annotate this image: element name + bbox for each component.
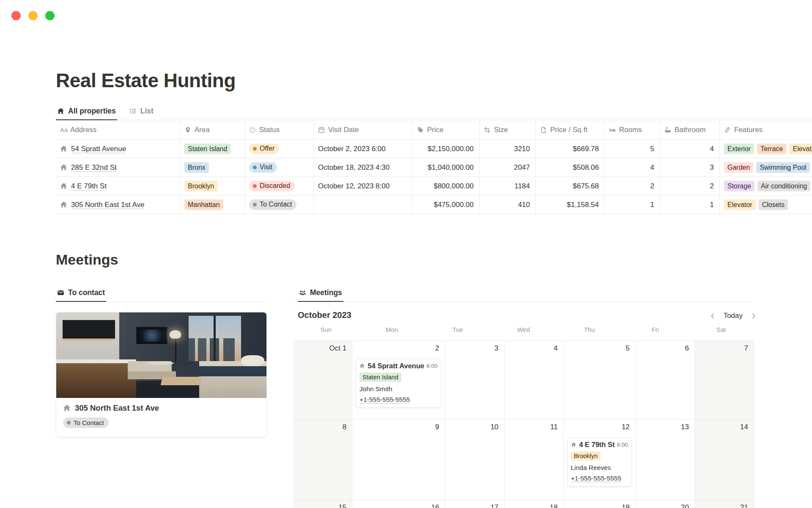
chevron-right-icon[interactable] — [750, 312, 757, 319]
cell-size[interactable]: 3210 — [480, 140, 536, 158]
calendar-day-cell[interactable]: 18 — [505, 500, 564, 508]
column-label: Area — [195, 126, 210, 134]
tab-to-contact[interactable]: To contact — [56, 288, 106, 302]
cell-price[interactable]: $800,000.00 — [413, 177, 480, 196]
cell-rooms[interactable]: 5 — [605, 140, 660, 158]
cell-visit-date[interactable]: October 2, 2023 6:00 — [314, 140, 413, 158]
cell-status[interactable]: To Contact — [245, 196, 314, 214]
cell-price-sqft[interactable]: $1,158.54 — [536, 196, 605, 214]
address-link[interactable]: 285 E 32nd St — [71, 163, 117, 172]
tab-list[interactable]: List — [128, 107, 155, 120]
cell-features[interactable]: StorageAir conditioning — [720, 177, 812, 196]
address-link[interactable]: 4 E 79th St — [71, 182, 107, 190]
calendar-day-cell[interactable]: 11 — [505, 420, 564, 500]
event-phone-link[interactable]: +1-555-555-5555 — [359, 396, 437, 403]
cell-size[interactable]: 1184 — [480, 177, 536, 196]
cell-bathroom[interactable]: 2 — [660, 177, 720, 196]
cell-address[interactable]: 54 Spratt Avenue — [56, 140, 180, 158]
cell-bathroom[interactable]: 3 — [660, 158, 720, 177]
calendar-day-cell[interactable]: 16 — [352, 500, 445, 508]
calendar-day-cell[interactable]: 14 — [695, 420, 754, 500]
cell-size[interactable]: 2047 — [480, 158, 536, 177]
cell-price[interactable]: $1,040,000.00 — [413, 158, 480, 177]
calendar-day-cell[interactable]: 124 E 79th St8:00BrooklynLinda Reeves+1-… — [564, 420, 636, 500]
column-header-price-sq-ft[interactable]: Price / Sq ft — [536, 120, 605, 140]
tab-all-properties[interactable]: All properties — [56, 107, 117, 120]
cell-area[interactable]: Staten Island — [180, 140, 245, 158]
calendar-day-cell[interactable]: 17 — [445, 500, 504, 508]
column-header-bathroom[interactable]: Bathroom — [660, 120, 720, 140]
cell-address[interactable]: 285 E 32nd St — [56, 158, 180, 177]
calendar-day-cell[interactable]: 8 — [293, 420, 352, 500]
photo-shape — [63, 320, 115, 339]
calendar-day-cell[interactable]: 7 — [695, 341, 754, 420]
cell-visit-date[interactable] — [314, 196, 413, 214]
column-header-status[interactable]: Status — [245, 120, 314, 140]
cell-features[interactable]: ElevatorClosets — [720, 196, 812, 214]
calendar-day-cell[interactable]: 254 Spratt Avenue6:00Staten IslandJohn S… — [352, 341, 445, 420]
cell-price[interactable]: $475,000.00 — [413, 196, 480, 214]
calendar-day-cell[interactable]: 3 — [445, 341, 504, 420]
cell-size[interactable]: 410 — [480, 196, 536, 214]
cell-status[interactable]: Offer — [245, 140, 314, 158]
cell-visit-date[interactable]: October 12, 2023 8:00 — [314, 177, 413, 196]
cell-area[interactable]: Brooklyn — [180, 177, 245, 196]
cell-price-sqft[interactable]: $675.68 — [536, 177, 605, 196]
calendar-day-cell[interactable]: Oct 1 — [293, 341, 352, 420]
status-dot-icon — [253, 166, 257, 169]
cell-visit-date[interactable]: October 18, 2023 4:30 — [314, 158, 413, 177]
calendar-event[interactable]: 54 Spratt Avenue6:00Staten IslandJohn Sm… — [356, 359, 441, 408]
chevron-left-icon[interactable] — [709, 312, 716, 319]
calendar-day-cell[interactable]: 4 — [505, 341, 564, 420]
cell-address[interactable]: 305 North East 1st Ave — [56, 196, 180, 214]
event-phone-link[interactable]: +1-555-555-5555 — [571, 475, 628, 482]
day-header-mon: Mon — [359, 326, 425, 333]
column-header-address[interactable]: AaAddress — [56, 120, 180, 140]
meetings-heading: Meetings — [56, 251, 118, 268]
zoom-button[interactable] — [45, 11, 55, 20]
column-header-visit-date[interactable]: Visit Date — [314, 120, 413, 140]
column-header-rooms[interactable]: Rooms — [605, 120, 660, 140]
cell-area[interactable]: Bronx — [180, 158, 245, 177]
cell-rooms[interactable]: 1 — [605, 196, 660, 214]
calendar-day-cell[interactable]: 13 — [636, 420, 695, 500]
tag-exterior: Exterior — [724, 144, 754, 154]
photo-shape — [140, 329, 165, 341]
column-header-size[interactable]: Size — [480, 120, 536, 140]
column-label: Rooms — [619, 126, 642, 134]
calendar-day-cell[interactable]: 15 — [293, 500, 352, 508]
cell-status[interactable]: Visit — [245, 158, 314, 177]
column-label: Features — [734, 126, 763, 134]
cell-rooms[interactable]: 2 — [605, 177, 660, 196]
column-header-price[interactable]: Price — [413, 120, 480, 140]
cell-price-sqft[interactable]: $669.78 — [536, 140, 605, 158]
cell-price-sqft[interactable]: $508.06 — [536, 158, 605, 177]
minimize-button[interactable] — [28, 11, 38, 20]
calendar-day-cell[interactable]: 5 — [564, 341, 636, 420]
today-button[interactable]: Today — [724, 312, 743, 320]
calendar-day-cell[interactable]: 20 — [636, 500, 695, 508]
calendar-day-cell[interactable]: 6 — [636, 341, 695, 420]
photo-shape — [199, 366, 266, 376]
address-link[interactable]: 305 North East 1st Ave — [71, 201, 145, 209]
cell-rooms[interactable]: 4 — [605, 158, 660, 177]
cell-area[interactable]: Manhattan — [180, 196, 245, 214]
cell-status[interactable]: Discarded — [245, 177, 314, 196]
cell-address[interactable]: 4 E 79th St — [56, 177, 180, 196]
address-link[interactable]: 54 Spratt Avenue — [71, 145, 126, 153]
calendar-event[interactable]: 4 E 79th St8:00BrooklynLinda Reeves+1-55… — [567, 437, 632, 486]
column-header-features[interactable]: Features — [720, 120, 812, 140]
property-card[interactable]: 305 North East 1st Ave To Contact — [56, 312, 267, 437]
cell-price[interactable]: $2,150,000.00 — [413, 140, 480, 158]
cell-features[interactable]: ExteriorTerraceElevator — [720, 140, 812, 158]
cell-bathroom[interactable]: 4 — [660, 140, 720, 158]
cell-bathroom[interactable]: 1 — [660, 196, 720, 214]
calendar-day-cell[interactable]: 21 — [695, 500, 754, 508]
tab-meetings[interactable]: Meetings — [298, 288, 343, 302]
calendar-day-cell[interactable]: 10 — [445, 420, 504, 500]
cell-features[interactable]: GardenSwimming Pool — [720, 158, 812, 177]
column-header-area[interactable]: Area — [180, 120, 245, 140]
calendar-day-cell[interactable]: 9 — [352, 420, 445, 500]
calendar-day-cell[interactable]: 19 — [564, 500, 636, 508]
close-button[interactable] — [11, 11, 21, 20]
